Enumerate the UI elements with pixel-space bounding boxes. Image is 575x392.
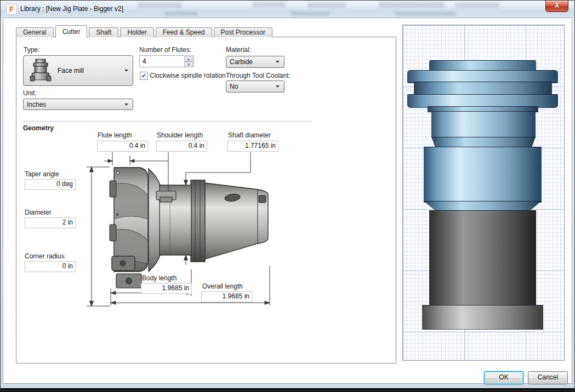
type-value: Face mill (58, 67, 84, 74)
background-blur-artifact (379, 2, 445, 8)
clockwise-rotation-checkbox[interactable]: ✔ (140, 72, 148, 80)
spin-down-button[interactable]: ▼ (184, 62, 193, 67)
clockwise-rotation-label: Clockwise spindle rotation (150, 72, 226, 79)
flutes-spinner[interactable]: 4 ▲ ▼ (139, 55, 194, 67)
tab-general[interactable]: General (16, 27, 54, 37)
flute-length-field[interactable]: 0.4 in (97, 141, 148, 152)
material-label: Material: (226, 46, 251, 54)
background-blur-artifact (291, 11, 329, 16)
library-dialog-window: F Library : [New Jig Plate - Bigger v2] … (0, 0, 575, 391)
close-icon: X (555, 2, 559, 9)
diameter-field[interactable]: 2 in (25, 217, 76, 228)
holder-neck (431, 111, 536, 138)
unit-dropdown[interactable]: Inches ▼ (23, 99, 133, 110)
cutter-shaft (429, 210, 536, 306)
app-icon-fusion: F (6, 4, 17, 15)
tab-feed-speed[interactable]: Feed & Speed (156, 27, 212, 37)
taper-angle-field[interactable]: 0 deg (25, 179, 76, 190)
shaft-diameter-field[interactable]: 1.77165 in (227, 141, 278, 152)
flutes-label: Number of Flutes: (139, 46, 191, 54)
taper-angle-label: Taper angle (25, 170, 59, 178)
shaft-diameter-label: Shaft diameter (228, 131, 271, 139)
tab-cutter[interactable]: Cutter (55, 25, 88, 38)
tab-shaft[interactable]: Shaft (89, 27, 118, 37)
unit-value: Inches (27, 101, 46, 108)
background-blur-artifact (165, 11, 198, 16)
background-blur-artifact (456, 3, 499, 8)
cutter-head (422, 305, 543, 330)
corner-radius-label: Corner radius (25, 252, 65, 260)
flute-length-label: Flute length (98, 131, 132, 139)
material-value: Carbide (230, 58, 253, 66)
tab-post-processor[interactable]: Post Processor (214, 27, 272, 37)
background-blur-artifact (308, 3, 346, 8)
corner-radius-field[interactable]: 0 in (25, 261, 76, 272)
chevron-down-icon: ▼ (275, 60, 281, 64)
coolant-label: Through Tool Coolant: (226, 72, 291, 79)
shoulder-length-field[interactable]: 0.4 in (156, 141, 207, 152)
diameter-label: Diameter (25, 209, 52, 216)
background-blur-artifact (138, 3, 181, 8)
title-bar[interactable]: F Library : [New Jig Plate - Bigger v2] … (1, 1, 574, 18)
chevron-down-icon: ▼ (275, 84, 281, 88)
close-button[interactable]: X (545, 1, 568, 12)
spin-down-icon: ▼ (187, 63, 190, 66)
window-title: Library : [New Jig Plate - Bigger v2] (20, 1, 123, 18)
spin-up-icon: ▲ (187, 57, 190, 61)
type-dropdown[interactable]: Face mill ▼ (23, 55, 133, 86)
coolant-dropdown[interactable]: No ▼ (226, 80, 284, 93)
overall-length-field[interactable]: 1.9685 in (201, 291, 252, 302)
holder-barrel (424, 147, 542, 203)
section-divider (23, 121, 311, 122)
shoulder-length-label: Shoulder length (157, 131, 203, 139)
body-length-field[interactable]: 1.9685 in (141, 283, 192, 294)
flutes-value: 4 (143, 57, 146, 65)
spin-up-button[interactable]: ▲ (184, 56, 193, 62)
cutter-tab-panel: Type: Face mill ▼ Unit: Inches ▼ (16, 37, 396, 364)
dialog-client-area: General Cutter Shaft Holder Feed & Speed… (3, 18, 572, 384)
coolant-value: No (230, 83, 238, 90)
material-dropdown[interactable]: Carbide ▼ (226, 56, 284, 68)
background-blur-artifact (253, 2, 286, 7)
background-blur-artifact (395, 11, 456, 16)
unit-label: Unit: (23, 89, 37, 97)
ok-button[interactable]: OK (484, 371, 523, 384)
chevron-down-icon: ▼ (123, 68, 129, 72)
chevron-down-icon: ▼ (123, 102, 129, 106)
cancel-button[interactable]: Cancel (528, 371, 568, 384)
type-label: Type: (24, 46, 39, 54)
tab-holder[interactable]: Holder (120, 27, 153, 37)
geometry-heading: Geometry (23, 124, 54, 132)
face-mill-icon (28, 58, 53, 83)
check-icon: ✔ (141, 72, 146, 79)
tab-strip: General Cutter Shaft Holder Feed & Speed… (16, 25, 274, 37)
tool-3d-preview (402, 25, 565, 361)
